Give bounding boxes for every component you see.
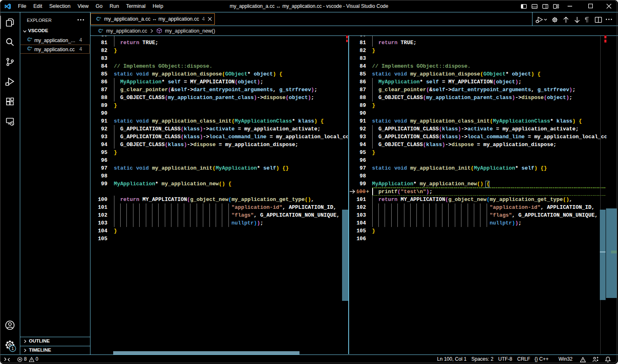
svg-text:1: 1 [12, 346, 14, 351]
svg-text:+: + [100, 16, 102, 20]
svg-text:+: + [31, 46, 33, 50]
svg-text:+: + [102, 28, 104, 32]
svg-text:+: + [31, 37, 33, 40]
